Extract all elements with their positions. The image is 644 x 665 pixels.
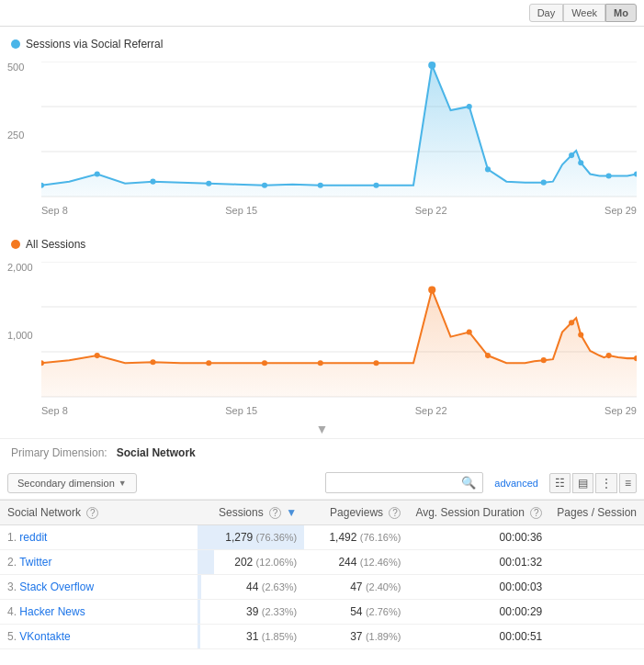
td-sessions: 1,279 (76.36%)	[198, 525, 304, 550]
tab-day[interactable]: Day	[529, 4, 564, 22]
row-number: 2.	[7, 556, 17, 569]
table-row: 4. Hacker News 39 (2.33%) 54 (2.76%) 00:…	[0, 600, 644, 625]
pageviews-count: 1,492	[329, 531, 356, 544]
social-network-link[interactable]: reddit	[19, 531, 47, 544]
sort-arrow-icon: ▼	[286, 506, 297, 519]
svg-point-31	[373, 360, 378, 366]
row-number: 5.	[7, 630, 17, 643]
th-pages-session: Pages / Session	[549, 501, 644, 525]
svg-point-26	[95, 353, 100, 358]
td-pages-session	[549, 575, 644, 600]
search-button[interactable]: 🔍	[458, 475, 479, 490]
social-network-link[interactable]: VKontakte	[19, 630, 70, 643]
svg-marker-24	[41, 290, 637, 397]
chart1-x-sep8: Sep 8	[41, 205, 68, 216]
td-pages-session	[549, 525, 644, 550]
social-network-link[interactable]: Twitter	[19, 556, 51, 569]
svg-point-17	[578, 160, 583, 165]
td-pageviews: 54 (2.76%)	[304, 600, 408, 625]
chart2-legend-label: All Sessions	[26, 238, 85, 251]
svg-point-29	[262, 360, 267, 366]
sessions-count: 202	[234, 556, 253, 569]
data-table: Social Network ? Sessions ? ▼ Pageviews …	[0, 500, 644, 649]
table-row: 2. Twitter 202 (12.06%) 244 (12.46%) 00:…	[0, 550, 644, 575]
svg-point-27	[150, 359, 155, 365]
secondary-dimension-button[interactable]: Secondary dimension ▼	[7, 473, 137, 493]
td-avg-duration: 00:00:36	[408, 525, 549, 550]
chart2-legend-dot	[11, 240, 20, 249]
comparison-view-button[interactable]: ▤	[572, 473, 593, 493]
social-network-link[interactable]: Stack Overflow	[19, 580, 94, 593]
table-row: 1. reddit 1,279 (76.36%) 1,492 (76.16%) …	[0, 525, 644, 550]
td-pageviews: 244 (12.46%)	[304, 550, 408, 575]
help-icon-pageviews[interactable]: ?	[389, 507, 401, 519]
td-pageviews: 37 (1.89%)	[304, 625, 408, 649]
chart1-y-axis: 500 250	[7, 62, 40, 197]
td-avg-duration: 00:01:32	[408, 550, 549, 575]
sessions-value: 44 (2.63%)	[205, 580, 297, 593]
pageviews-pct: (1.89%)	[366, 631, 401, 642]
sessions-count: 1,279	[225, 531, 253, 544]
sessions-count: 31	[246, 630, 258, 643]
advanced-link[interactable]: advanced	[494, 478, 538, 489]
pivot-view-button[interactable]: ⋮	[595, 473, 617, 493]
help-icon-sessions[interactable]: ?	[269, 507, 281, 519]
sessions-pct: (2.63%)	[262, 581, 298, 592]
table-row: 5. VKontakte 31 (1.85%) 37 (1.89%) 00:00…	[0, 625, 644, 649]
grid-view-button[interactable]: ☷	[549, 473, 571, 493]
td-name: 2. Twitter	[0, 550, 198, 575]
chart1-svg	[41, 62, 637, 197]
sessions-value: 202 (12.06%)	[205, 556, 297, 569]
chart2-y-2000: 2,000	[7, 262, 40, 273]
td-name: 5. VKontakte	[0, 625, 198, 649]
avg-duration-value: 00:00:03	[500, 580, 543, 593]
help-icon-avg-duration[interactable]: ?	[530, 507, 542, 519]
sessions-count: 44	[246, 580, 258, 593]
pageviews-pct: (2.76%)	[366, 606, 401, 617]
help-icon-social-network[interactable]: ?	[86, 507, 98, 519]
search-box: 🔍	[325, 472, 483, 493]
td-avg-duration: 00:00:51	[408, 625, 549, 649]
svg-point-28	[206, 360, 211, 366]
svg-point-6	[95, 171, 100, 176]
svg-point-16	[569, 152, 574, 158]
chart1-x-sep15: Sep 15	[225, 205, 257, 216]
tab-week[interactable]: Week	[563, 4, 605, 22]
period-tabs: Day Week Mo	[0, 0, 644, 27]
th-sessions: Sessions ? ▼	[198, 501, 304, 525]
svg-marker-4	[41, 65, 637, 197]
chart1-y-250: 250	[7, 130, 40, 141]
td-pageviews: 47 (2.40%)	[304, 575, 408, 600]
collapse-arrow-icon[interactable]: ▼	[316, 422, 329, 436]
social-network-link[interactable]: Hacker News	[19, 605, 85, 618]
primary-dimension-bar: Primary Dimension: Social Network	[0, 438, 644, 467]
plot-view-button[interactable]: ≡	[619, 473, 637, 493]
chart-divider[interactable]: ▼	[0, 420, 644, 438]
pageviews-count: 244	[338, 556, 356, 569]
svg-point-36	[569, 320, 574, 325]
td-name: 4. Hacker News	[0, 600, 198, 625]
svg-point-9	[262, 183, 267, 188]
td-sessions: 202 (12.06%)	[198, 550, 304, 575]
tab-mo[interactable]: Mo	[605, 4, 637, 22]
chart-social-referral: Sessions via Social Referral 500 250	[0, 27, 644, 220]
pageviews-count: 37	[350, 630, 362, 643]
avg-duration-value: 00:00:29	[500, 605, 543, 618]
td-sessions: 44 (2.63%)	[198, 575, 304, 600]
chart1-legend-dot	[11, 39, 20, 49]
chart1-x-sep29: Sep 29	[604, 205, 637, 216]
td-avg-duration: 00:00:29	[408, 600, 549, 625]
chart2-y-axis: 2,000 1,000	[7, 262, 40, 398]
sessions-pct: (2.33%)	[262, 606, 298, 617]
chart2-x-sep29: Sep 29	[604, 405, 637, 416]
sessions-count: 39	[246, 605, 258, 618]
chart1-x-axis: Sep 8 Sep 15 Sep 22 Sep 29	[41, 205, 637, 216]
search-input[interactable]	[330, 478, 458, 489]
pageviews-pct: (76.16%)	[360, 532, 401, 543]
row-number: 1.	[7, 531, 17, 544]
svg-point-32	[428, 287, 435, 294]
td-avg-duration: 00:00:03	[408, 575, 549, 600]
sessions-value: 31 (1.85%)	[205, 630, 297, 643]
sessions-pct: (1.85%)	[262, 631, 298, 642]
td-name: 3. Stack Overflow	[0, 575, 198, 600]
